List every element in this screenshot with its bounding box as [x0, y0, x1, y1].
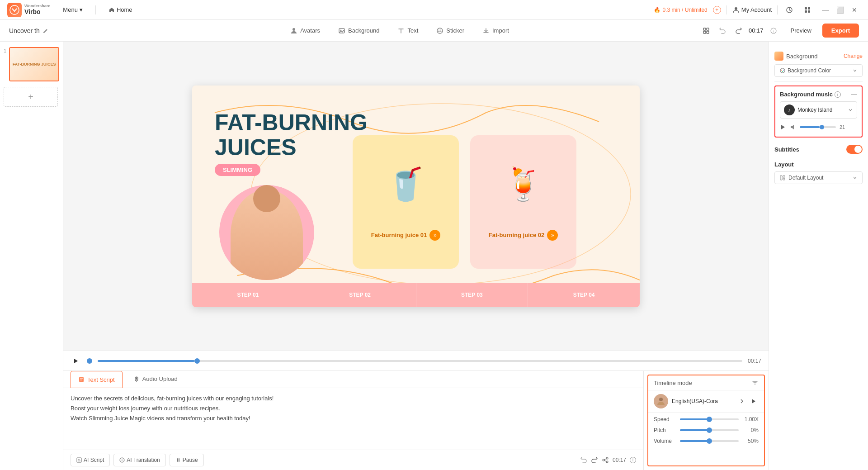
svg-point-12 — [440, 29, 441, 30]
undo-footer-icon[interactable] — [580, 456, 587, 464]
history-button[interactable] — [783, 4, 796, 16]
grid-icon — [804, 6, 811, 14]
sticker-tool[interactable]: Sticker — [427, 24, 473, 38]
share-footer-icon[interactable] — [602, 456, 609, 464]
music-track-row: ♪ Monkey Island — [780, 101, 857, 119]
svg-point-29 — [606, 457, 608, 459]
headline2: JUICES — [215, 135, 368, 160]
menu-button[interactable]: Menu ▾ — [59, 5, 86, 15]
speed-thumb[interactable] — [707, 417, 712, 422]
layout-value: Default Layout — [788, 175, 823, 181]
juice-label-1: Fat-burning juice 01 — [371, 232, 427, 238]
juice-arrow-2: » — [547, 230, 558, 241]
volume-thumb[interactable] — [707, 438, 712, 444]
pitch-thumb[interactable] — [707, 427, 712, 433]
music-track-name: Monkey Island — [797, 107, 832, 113]
home-button[interactable]: Home — [105, 5, 136, 15]
music-volume-slider[interactable] — [800, 126, 836, 128]
redo-button[interactable] — [732, 24, 745, 37]
subtitles-label: Subtitles — [774, 146, 799, 153]
add-credits-button[interactable]: + — [713, 6, 721, 14]
ai-script-button[interactable]: AI Script — [71, 454, 110, 466]
slide-thumb-1[interactable]: FAT-BURNING JUICES — [9, 47, 59, 81]
svg-point-7 — [292, 28, 295, 31]
ai-translation-button[interactable]: AI Translation — [113, 454, 165, 466]
avatar-play-button[interactable] — [749, 396, 759, 406]
timeline-thumb[interactable] — [194, 358, 200, 364]
timeline-dot[interactable] — [87, 358, 92, 364]
window-controls: — ⬜ ✕ — [819, 4, 861, 16]
divider2 — [726, 5, 727, 14]
music-collapse-button[interactable]: — — [851, 91, 857, 98]
step-4: STEP 04 — [528, 283, 640, 307]
avatar-name-label: English(USA)-Cora — [672, 398, 735, 404]
timeline-track[interactable] — [98, 360, 742, 362]
ai-translation-icon — [119, 457, 125, 463]
juice-card-1: 🥤 Fat-burning juice 01 » — [353, 135, 459, 269]
svg-rect-14 — [707, 28, 709, 30]
pitch-slider[interactable] — [680, 429, 739, 431]
music-track-icon: ♪ — [784, 104, 795, 115]
close-button[interactable]: ✕ — [848, 4, 861, 16]
import-tool[interactable]: Import — [473, 24, 518, 38]
svg-point-31 — [603, 459, 604, 461]
pause-button[interactable]: Pause — [170, 454, 204, 466]
layout-icon — [779, 175, 786, 181]
timeline-time: 00:17 — [748, 358, 761, 364]
color-palette-icon — [779, 67, 786, 74]
background-icon — [338, 27, 345, 34]
layout-dropdown[interactable]: Default Layout — [774, 171, 863, 184]
chevron-right-icon[interactable] — [739, 398, 745, 404]
avatar-silhouette — [231, 190, 303, 280]
sticker-icon — [436, 27, 443, 34]
background-tool[interactable]: Background — [329, 24, 388, 38]
minimize-button[interactable]: — — [819, 4, 832, 16]
music-chevron-down-icon[interactable] — [848, 107, 853, 113]
tool-right: 00:17 i Preview Export — [700, 24, 859, 38]
account-button[interactable]: My Account — [732, 6, 772, 14]
juice-card-2: 🍹 Fat-burning juice 02 » — [470, 135, 576, 269]
script-content: Uncover the secrets of delicious, fat-bu… — [63, 388, 643, 450]
background-section: Background Change Background Color — [774, 47, 863, 82]
add-slide-button[interactable]: + — [4, 87, 58, 107]
undo-button[interactable] — [716, 24, 729, 37]
svg-rect-39 — [780, 176, 782, 180]
maximize-button[interactable]: ⬜ — [834, 4, 846, 16]
play-button[interactable] — [71, 356, 81, 366]
music-info-icon[interactable]: i — [835, 91, 841, 98]
volume-slider[interactable] — [680, 440, 739, 442]
export-button[interactable]: Export — [822, 24, 859, 38]
avatars-tool[interactable]: Avatars — [281, 24, 329, 38]
music-play-icon[interactable] — [780, 124, 786, 130]
timeline-header: Timeline mode — [648, 375, 764, 390]
music-track-info: ♪ Monkey Island — [784, 104, 832, 115]
avatar-thumbnail — [654, 394, 668, 408]
timeline-mode-icon[interactable] — [751, 379, 759, 386]
change-background-button[interactable]: Change — [844, 53, 863, 59]
layout-chevron-icon — [852, 175, 858, 180]
play-icon — [73, 358, 79, 364]
edit-title-icon[interactable] — [42, 28, 49, 34]
music-volume-thumb[interactable] — [820, 125, 824, 129]
svg-text:i: i — [773, 29, 774, 33]
speed-slider[interactable] — [680, 418, 739, 420]
subtitles-toggle[interactable] — [846, 145, 863, 154]
preview-button[interactable]: Preview — [783, 24, 819, 37]
svg-point-37 — [782, 71, 783, 72]
text-script-tab[interactable]: Text Script — [71, 371, 123, 388]
app-name: Virbo — [24, 9, 50, 15]
avatars-icon — [290, 27, 297, 34]
juice-image-1: 🥤 — [377, 142, 435, 226]
audio-upload-tab[interactable]: Audio Upload — [126, 371, 185, 388]
juice-label-2: Fat-burning juice 02 — [489, 232, 545, 238]
credit-display: 🔥 0.3 min / Unlimited — [654, 7, 707, 13]
text-tool[interactable]: Text — [388, 24, 427, 38]
svg-point-35 — [781, 70, 782, 71]
bg-color-dropdown[interactable]: Background Color — [774, 64, 863, 77]
svg-marker-20 — [74, 359, 78, 363]
redo-footer-icon[interactable] — [591, 456, 598, 464]
text-script-icon — [78, 376, 85, 383]
grid-layout-icon[interactable] — [700, 24, 712, 37]
grid-button[interactable] — [801, 4, 814, 16]
music-header: Background music i — — [780, 91, 857, 98]
